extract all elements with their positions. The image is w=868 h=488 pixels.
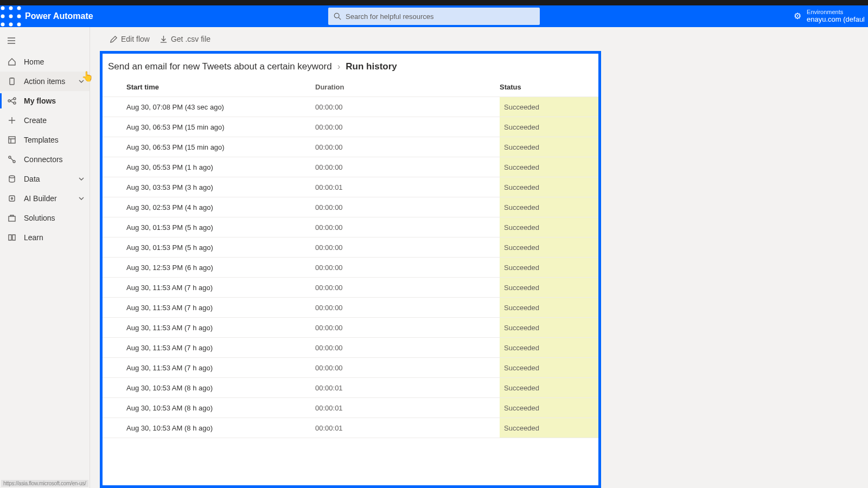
- table-row[interactable]: Aug 30, 10:53 AM (8 h ago)00:00:01Succee…: [103, 418, 598, 438]
- cell-duration: 00:00:01: [315, 404, 500, 412]
- sidebar-item-templates[interactable]: Templates: [0, 130, 90, 150]
- home-icon: [8, 57, 16, 66]
- table-row[interactable]: Aug 30, 03:53 PM (3 h ago)00:00:01Succee…: [103, 177, 598, 197]
- environment-value: enayu.com (defaul: [807, 16, 865, 24]
- table-row[interactable]: Aug 30, 11:53 AM (7 h ago)00:00:00Succee…: [103, 298, 598, 318]
- sidebar-item-label: Templates: [24, 136, 59, 144]
- cell-duration: 00:00:00: [315, 243, 500, 252]
- cell-start-time: Aug 30, 02:53 PM (4 h ago): [126, 203, 315, 211]
- svg-point-1: [9, 7, 13, 10]
- cell-status: Succeeded: [500, 137, 598, 157]
- table-row[interactable]: Aug 30, 10:53 AM (8 h ago)00:00:01Succee…: [103, 398, 598, 418]
- cell-duration: 00:00:00: [315, 364, 500, 372]
- search-input[interactable]: [346, 12, 534, 21]
- sidebar-item-ai-builder[interactable]: AI Builder: [0, 189, 90, 208]
- collapse-nav-button[interactable]: [0, 29, 23, 52]
- cell-start-time: Aug 30, 05:53 PM (1 h ago): [126, 163, 315, 171]
- sidebar-item-label: Home: [24, 57, 44, 66]
- sidebar-item-connectors[interactable]: Connectors: [0, 150, 90, 169]
- table-row[interactable]: Aug 30, 11:53 AM (7 h ago)00:00:00Succee…: [103, 278, 598, 298]
- plus-icon: [8, 116, 16, 125]
- table-row[interactable]: Aug 30, 05:53 PM (1 h ago)00:00:00Succee…: [103, 157, 598, 177]
- table-row[interactable]: Aug 30, 11:53 AM (7 h ago)00:00:00Succee…: [103, 338, 598, 358]
- cell-status: Succeeded: [500, 298, 598, 317]
- cell-start-time: Aug 30, 10:53 AM (8 h ago): [126, 404, 315, 412]
- cell-start-time: Aug 30, 10:53 AM (8 h ago): [126, 424, 315, 432]
- table-row[interactable]: Aug 30, 02:53 PM (4 h ago)00:00:00Succee…: [103, 197, 598, 217]
- get-csv-button[interactable]: Get .csv file: [159, 35, 210, 43]
- cell-status: Succeeded: [500, 358, 598, 377]
- sidebar-item-data[interactable]: Data: [0, 169, 90, 189]
- chevron-right-icon: ›: [337, 61, 341, 72]
- svg-point-4: [9, 15, 13, 18]
- cell-status: Succeeded: [500, 378, 598, 397]
- cell-duration: 00:00:00: [315, 284, 500, 292]
- run-history-table: Start time Duration Status Aug 30, 07:08…: [103, 78, 598, 485]
- table-row[interactable]: Aug 30, 11:53 AM (7 h ago)00:00:00Succee…: [103, 318, 598, 338]
- col-header-start[interactable]: Start time: [126, 83, 315, 91]
- svg-rect-19: [9, 196, 15, 201]
- svg-point-7: [9, 23, 13, 27]
- environment-icon: ⚙: [794, 11, 801, 21]
- breadcrumb-parent[interactable]: Send an email for new Tweets about a cer…: [108, 61, 332, 72]
- cell-status: Succeeded: [500, 97, 598, 117]
- cell-status: Succeeded: [500, 418, 598, 438]
- sidebar-item-label: Learn: [24, 233, 43, 242]
- cell-status: Succeeded: [500, 318, 598, 337]
- sidebar-item-label: My flows: [24, 97, 56, 105]
- svg-rect-15: [9, 137, 15, 143]
- cell-duration: 00:00:00: [315, 223, 500, 232]
- sidebar-item-label: Create: [24, 116, 47, 125]
- svg-point-12: [8, 100, 10, 102]
- left-nav: HomeAction itemsMy flowsCreateTemplatesC…: [0, 27, 90, 488]
- connector-icon: [8, 155, 16, 164]
- app-launcher-button[interactable]: [0, 5, 22, 27]
- table-row[interactable]: Aug 30, 06:53 PM (15 min ago)00:00:00Suc…: [103, 137, 598, 157]
- solutions-icon: [8, 214, 16, 222]
- browser-url-hint: https://asia.flow.microsoft.com/en-us/: [1, 480, 88, 487]
- breadcrumb-current: Run history: [346, 61, 397, 72]
- table-row[interactable]: Aug 30, 07:08 PM (43 sec ago)00:00:00Suc…: [103, 97, 598, 117]
- download-icon: [159, 35, 168, 43]
- col-header-duration[interactable]: Duration: [315, 83, 500, 91]
- svg-rect-21: [9, 216, 15, 221]
- svg-point-17: [13, 160, 15, 163]
- edit-flow-button[interactable]: Edit flow: [110, 35, 150, 43]
- table-row[interactable]: Aug 30, 01:53 PM (5 h ago)00:00:00Succee…: [103, 217, 598, 237]
- clipboard-icon: [8, 77, 16, 86]
- cell-duration: 00:00:01: [315, 384, 500, 392]
- cell-start-time: Aug 30, 06:53 PM (15 min ago): [126, 123, 315, 131]
- sidebar-item-home[interactable]: Home: [0, 52, 90, 72]
- svg-point-13: [14, 98, 16, 100]
- cell-status: Succeeded: [500, 278, 598, 297]
- cell-duration: 00:00:00: [315, 344, 500, 352]
- cell-status: Succeeded: [500, 117, 598, 137]
- global-search[interactable]: [328, 8, 540, 25]
- flow-icon: [8, 97, 16, 105]
- cell-start-time: Aug 30, 03:53 PM (3 h ago): [126, 183, 315, 191]
- col-header-status[interactable]: Status: [500, 83, 598, 91]
- table-row[interactable]: Aug 30, 01:53 PM (5 h ago)00:00:00Succee…: [103, 237, 598, 258]
- sidebar-item-create[interactable]: Create: [0, 111, 90, 130]
- app-title: Power Automate: [25, 11, 93, 21]
- cell-status: Succeeded: [500, 157, 598, 177]
- sidebar-item-label: Solutions: [24, 214, 55, 222]
- environment-picker[interactable]: ⚙ Environments enayu.com (defaul: [794, 9, 868, 24]
- cell-start-time: Aug 30, 06:53 PM (15 min ago): [126, 143, 315, 151]
- table-row[interactable]: Aug 30, 12:53 PM (6 h ago)00:00:00Succee…: [103, 258, 598, 278]
- cell-start-time: Aug 30, 11:53 AM (7 h ago): [126, 284, 315, 292]
- edit-flow-label: Edit flow: [121, 35, 150, 43]
- cell-start-time: Aug 30, 07:08 PM (43 sec ago): [126, 103, 315, 111]
- browser-chrome-strip: [0, 0, 868, 5]
- table-row[interactable]: Aug 30, 06:53 PM (15 min ago)00:00:00Suc…: [103, 117, 598, 137]
- svg-rect-11: [10, 78, 14, 85]
- sidebar-item-solutions[interactable]: Solutions: [0, 208, 90, 228]
- sidebar-item-my-flows[interactable]: My flows: [0, 91, 90, 111]
- chevron-down-icon: [79, 79, 84, 84]
- sidebar-item-learn[interactable]: Learn: [0, 228, 90, 247]
- sidebar-item-action-items[interactable]: Action items: [0, 72, 90, 91]
- table-row[interactable]: Aug 30, 10:53 AM (8 h ago)00:00:01Succee…: [103, 378, 598, 398]
- app-header: Power Automate ⚙ Environments enayu.com …: [0, 5, 868, 27]
- chevron-down-icon: [79, 196, 84, 201]
- table-row[interactable]: Aug 30, 11:53 AM (7 h ago)00:00:00Succee…: [103, 358, 598, 378]
